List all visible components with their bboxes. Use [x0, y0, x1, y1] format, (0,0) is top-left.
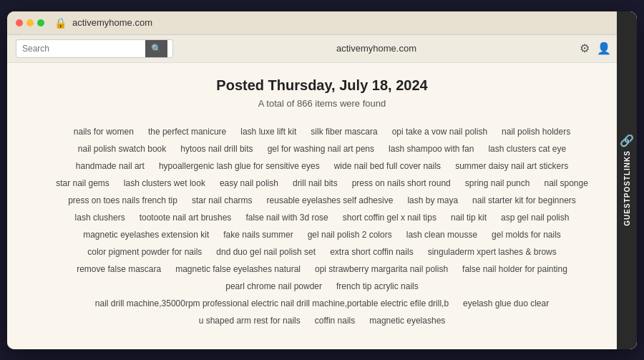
- tag-item[interactable]: lash luxe lift kit: [233, 123, 303, 140]
- tag-item[interactable]: remove false mascara: [69, 261, 168, 278]
- traffic-lights: [16, 19, 44, 26]
- search-button[interactable]: 🔍: [145, 40, 167, 57]
- tag-item[interactable]: fake nails summer: [216, 226, 300, 243]
- settings-icon[interactable]: ⚙: [580, 42, 590, 55]
- tag-item[interactable]: false nail holder for painting: [455, 261, 575, 278]
- tag-item[interactable]: tootoote nail art brushes: [132, 209, 239, 226]
- tag-item[interactable]: pearl chrome nail powder: [218, 278, 329, 295]
- tag-item[interactable]: reusable eyelashes self adhesive: [260, 192, 401, 209]
- search-box[interactable]: 🔍: [16, 39, 173, 58]
- address-bar: 🔒 activemyhome.com: [54, 17, 628, 29]
- tag-item[interactable]: star nail charms: [185, 192, 260, 209]
- tag-item[interactable]: color pigment powder for nails: [80, 243, 209, 261]
- tag-item[interactable]: lash clushers: [68, 209, 132, 226]
- tag-item[interactable]: the perfect manicure: [141, 123, 233, 140]
- guestpostlinks-sidebar[interactable]: 🔗 GUESTPOSTLINKS: [617, 11, 637, 349]
- tag-item[interactable]: wide nail bed full cover nails: [327, 157, 448, 175]
- tag-item[interactable]: star nail gems: [49, 175, 117, 192]
- browser-content: Posted Thursday, July 18, 2024 A total o…: [7, 63, 637, 349]
- page-title: Posted Thursday, July 18, 2024: [36, 77, 608, 94]
- minimize-button[interactable]: [26, 19, 34, 26]
- tag-item[interactable]: gel for washing nail art pens: [260, 140, 381, 157]
- tag-item[interactable]: magnetic eyelashes extension kit: [76, 226, 216, 243]
- tag-item[interactable]: summer daisy nail art stickers: [448, 157, 575, 175]
- tag-item[interactable]: lash clean mousse: [399, 226, 484, 243]
- tag-item[interactable]: opi take a vow nail polish: [385, 123, 494, 140]
- tag-item[interactable]: silk fiber mascara: [303, 123, 384, 140]
- browser-toolbar: 🔍 activemyhome.com ⚙ 👤 ☰: [7, 35, 637, 63]
- tag-item[interactable]: magnetic eyelashes: [362, 312, 452, 329]
- tag-item[interactable]: extra short coffin nails: [323, 243, 421, 261]
- address-text: activemyhome.com: [72, 17, 152, 28]
- tag-item[interactable]: hytoos nail drill bits: [173, 140, 260, 157]
- close-button[interactable]: [16, 19, 23, 26]
- lock-icon: 🔒: [54, 17, 67, 29]
- tag-item[interactable]: nail polish holders: [494, 123, 577, 140]
- tag-item[interactable]: eyelash glue duo clear: [456, 295, 556, 312]
- tag-item[interactable]: u shaped arm rest for nails: [192, 312, 308, 329]
- tag-item[interactable]: hypoallergenic lash glue for sensitive e…: [152, 157, 327, 175]
- page-subtitle: A total of 866 items were found: [36, 98, 608, 109]
- tag-item[interactable]: asp gel nail polish: [494, 209, 576, 226]
- browser-window: 🔒 activemyhome.com 🔍 activemyhome.com ⚙ …: [7, 11, 637, 349]
- tag-item[interactable]: gel molds for nails: [484, 226, 568, 243]
- tag-item[interactable]: press on nails short round: [345, 175, 458, 192]
- tag-item[interactable]: nail tip kit: [444, 209, 494, 226]
- guestpostlinks-icon: 🔗: [620, 134, 634, 147]
- tag-item[interactable]: dnd duo gel nail polish set: [209, 243, 323, 261]
- tag-item[interactable]: nail sponge: [537, 175, 595, 192]
- search-input[interactable]: [16, 40, 145, 57]
- tag-item[interactable]: spring nail punch: [458, 175, 537, 192]
- tag-item[interactable]: magnetic false eyelashes natural: [168, 261, 308, 278]
- tag-item[interactable]: lash by maya: [400, 192, 465, 209]
- tag-item[interactable]: lash clusters wet look: [117, 175, 213, 192]
- tag-item[interactable]: nails for women: [67, 123, 141, 140]
- tag-item[interactable]: lash shampoo with fan: [381, 140, 481, 157]
- guestpostlinks-label: GUESTPOSTLINKS: [623, 150, 631, 226]
- tag-item[interactable]: opi strawberry margarita nail polish: [308, 261, 455, 278]
- tag-item[interactable]: press on toes nails french tip: [61, 192, 185, 209]
- tag-item[interactable]: lash clusters cat eye: [481, 140, 573, 157]
- tag-item[interactable]: handmade nail art: [69, 157, 152, 175]
- tag-item[interactable]: nail drill machine,35000rpm professional…: [88, 295, 456, 312]
- user-icon[interactable]: 👤: [597, 42, 611, 55]
- tag-item[interactable]: easy nail polish: [213, 175, 286, 192]
- tag-item[interactable]: false nail with 3d rose: [238, 209, 335, 226]
- tag-item[interactable]: gel nail polish 2 colors: [301, 226, 399, 243]
- maximize-button[interactable]: [37, 19, 44, 26]
- tag-item[interactable]: coffin nails: [308, 312, 362, 329]
- tag-item[interactable]: nail starter kit for beginners: [465, 192, 583, 209]
- browser-titlebar: 🔒 activemyhome.com: [7, 11, 637, 35]
- tag-item[interactable]: nail polish swatch book: [71, 140, 173, 157]
- toolbar-title: activemyhome.com: [173, 43, 580, 54]
- tag-item[interactable]: drill nail bits: [286, 175, 345, 192]
- tags-container: nails for womenthe perfect manicurelash …: [36, 123, 608, 329]
- tag-item[interactable]: french tip acrylic nails: [329, 278, 426, 295]
- tag-item[interactable]: singuladerm xpert lashes & brows: [421, 243, 564, 261]
- tag-item[interactable]: short coffin gel x nail tips: [336, 209, 444, 226]
